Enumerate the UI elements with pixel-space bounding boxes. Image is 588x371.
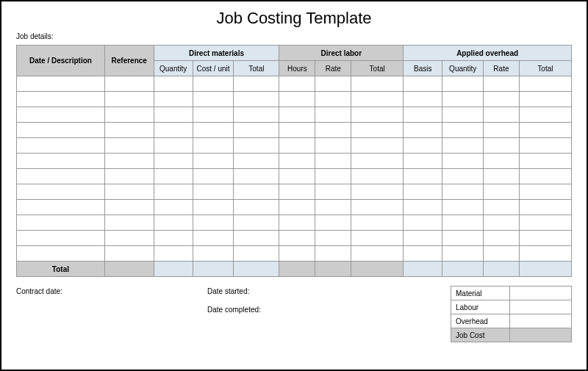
table-row xyxy=(17,184,572,200)
summary-overhead-label: Overhead xyxy=(451,314,510,328)
col-ao-basis: Basis xyxy=(404,61,442,76)
summary-box: Material Labour Overhead Job Cost xyxy=(451,286,572,342)
col-direct-labor: Direct labor xyxy=(279,46,404,61)
summary-labour-value xyxy=(509,300,571,314)
table-row xyxy=(17,169,572,184)
job-costing-table: Date / Description Reference Direct mate… xyxy=(16,45,572,277)
col-dm-total: Total xyxy=(234,61,279,76)
col-direct-materials: Direct materials xyxy=(154,46,279,61)
col-dm-cost-unit: Cost / unit xyxy=(193,61,234,76)
table-row xyxy=(17,76,572,92)
table-row xyxy=(17,246,572,262)
summary-jobcost-label: Job Cost xyxy=(451,328,510,342)
col-ao-quantity: Quantity xyxy=(442,61,484,76)
col-reference: Reference xyxy=(104,46,154,76)
col-dm-quantity: Quantity xyxy=(154,61,193,76)
summary-jobcost-value xyxy=(509,328,571,342)
job-details-label: Job details: xyxy=(16,32,572,40)
summary-labour-label: Labour xyxy=(451,300,510,314)
table-row xyxy=(17,92,572,107)
table-row xyxy=(17,123,572,138)
col-date-description: Date / Description xyxy=(17,46,105,76)
table-body: Total xyxy=(17,76,572,277)
col-dl-rate: Rate xyxy=(315,61,351,76)
total-row: Total xyxy=(17,262,572,277)
table-row xyxy=(17,231,572,246)
table-row xyxy=(17,215,572,231)
summary-material-value xyxy=(509,287,571,300)
table-row xyxy=(17,107,572,123)
col-ao-total: Total xyxy=(519,61,571,76)
col-dl-hours: Hours xyxy=(279,61,315,76)
page-title: Job Costing Template xyxy=(16,9,572,28)
table-row xyxy=(17,154,572,169)
date-completed-label: Date completed: xyxy=(207,306,369,314)
total-label: Total xyxy=(17,262,105,277)
col-ao-rate: Rate xyxy=(483,61,519,76)
table-row xyxy=(17,200,572,215)
date-started-label: Date started: xyxy=(207,287,369,295)
table-row xyxy=(17,138,572,154)
contract-date-label: Contract date: xyxy=(16,287,207,295)
col-dl-total: Total xyxy=(351,61,404,76)
summary-overhead-value xyxy=(509,314,571,328)
col-applied-overhead: Applied overhead xyxy=(404,46,572,61)
summary-material-label: Material xyxy=(451,287,510,300)
